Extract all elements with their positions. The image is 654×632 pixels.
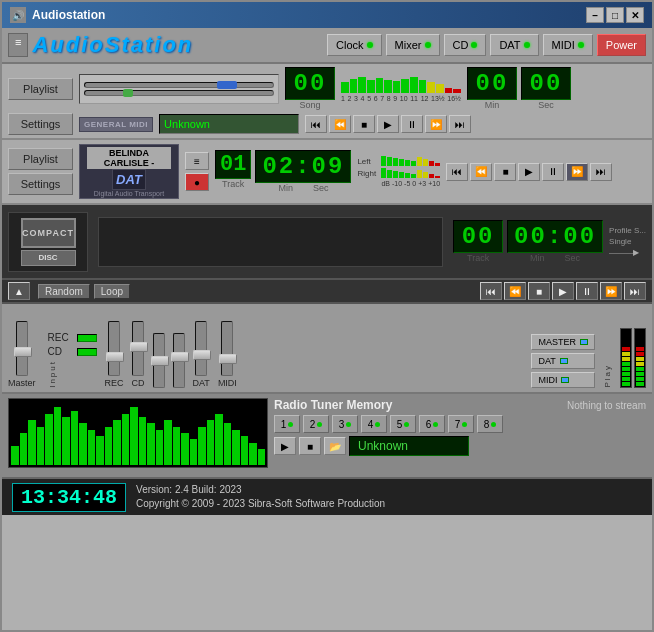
fader-e1-knob[interactable] (151, 356, 169, 366)
dat-fader[interactable] (195, 321, 207, 376)
preset-3-button[interactable]: 3 (332, 415, 358, 433)
dat-menu-button[interactable]: ≡ (185, 152, 209, 170)
master-fader[interactable] (16, 321, 28, 376)
preset-2-button[interactable]: 2 (303, 415, 329, 433)
close-button[interactable]: ✕ (626, 7, 644, 23)
midi-section: Playlist 00 Song (2, 64, 652, 140)
cd-fader-knob[interactable] (130, 342, 148, 352)
midi-button[interactable]: MIDI (543, 34, 593, 56)
cd-ff-button[interactable]: ⏩ (600, 282, 622, 300)
dat-fader-label: DAT (193, 378, 210, 388)
preset-5-button[interactable]: 5 (390, 415, 416, 433)
midi-rew-button[interactable]: ⏪ (329, 115, 351, 133)
midi-stop-button[interactable]: ■ (353, 115, 375, 133)
radio-open-button[interactable]: 📂 (324, 437, 346, 455)
midi-time-area: 00 Min 00 Sec (467, 67, 571, 110)
cd-mix-label: CD (48, 346, 73, 357)
cd-play-button[interactable]: ▶ (552, 282, 574, 300)
preset-7-button[interactable]: 7 (448, 415, 474, 433)
vusl-5 (622, 362, 630, 366)
midi-ff-button[interactable]: ⏩ (425, 115, 447, 133)
cd-button[interactable]: CD (444, 34, 487, 56)
dat-rew-button[interactable]: ⏪ (470, 163, 492, 181)
dat-displays: 01 Track 02:09 Min Sec (215, 150, 351, 193)
fader-e2-knob[interactable] (171, 352, 189, 362)
midi-mix-button[interactable]: MIDI (531, 372, 595, 388)
midi-play-button[interactable]: ▶ (377, 115, 399, 133)
midi-pan-slider[interactable] (84, 90, 274, 96)
cd-stop-button[interactable]: ■ (528, 282, 550, 300)
midi-pan-thumb[interactable] (123, 89, 133, 97)
cd-prev-button[interactable]: ⏮ (480, 282, 502, 300)
power-button[interactable]: Power (597, 34, 646, 56)
dat-ff-button[interactable]: ⏩ (566, 163, 588, 181)
preset-6-button[interactable]: 6 (419, 415, 445, 433)
cd-pause-button[interactable]: ⏸ (576, 282, 598, 300)
spec-29 (249, 443, 257, 465)
midi-volume-slider[interactable] (84, 82, 274, 88)
midi-playlist-button[interactable]: Playlist (8, 78, 73, 100)
dat-track-block: 01 Track (215, 150, 251, 193)
spec-10 (88, 430, 96, 465)
cd-rew-button[interactable]: ⏪ (504, 282, 526, 300)
dat-mix-button[interactable]: DAT (531, 353, 595, 369)
cd-random-button[interactable]: Random (38, 284, 90, 299)
mixer-button[interactable]: Mixer (386, 34, 440, 56)
radio-section: Radio Tuner Memory Nothing to stream 1 2… (2, 394, 652, 479)
master-mix-button[interactable]: MASTER (531, 334, 595, 350)
spec-18 (156, 430, 164, 465)
cd-led-button[interactable] (77, 348, 97, 356)
midi-fader-knob[interactable] (219, 354, 237, 364)
dat-rec-button[interactable]: ● (185, 173, 209, 191)
minimize-button[interactable]: – (586, 7, 604, 23)
dat-track-label: Track (222, 179, 244, 189)
cd-up-button[interactable]: ▲ (8, 282, 30, 300)
cd-brand-text: COMPACT (22, 228, 74, 238)
master-fader-knob[interactable] (14, 347, 32, 357)
radio-play-button[interactable]: ▶ (274, 437, 296, 455)
preset-8-button[interactable]: 8 (477, 415, 503, 433)
midi-fader[interactable] (221, 321, 233, 376)
rec-fader-knob[interactable] (106, 352, 124, 362)
preset-4-button[interactable]: 4 (361, 415, 387, 433)
midi-prev-button[interactable]: ⏮ (305, 115, 327, 133)
radio-stop-button[interactable]: ■ (299, 437, 321, 455)
dat-next-button[interactable]: ⏭ (590, 163, 612, 181)
midi-pause-button[interactable]: ⏸ (401, 115, 423, 133)
dat-fader-knob[interactable] (193, 350, 211, 360)
dat-logo-row: DAT (112, 169, 146, 190)
menu-button[interactable]: ≡ (8, 33, 28, 57)
dat-stop-button[interactable]: ■ (494, 163, 516, 181)
maximize-button[interactable]: □ (606, 7, 624, 23)
radio-header: Radio Tuner Memory Nothing to stream (274, 398, 646, 412)
midi-row1: Playlist 00 Song (8, 67, 646, 110)
preset-1-button[interactable]: 1 (274, 415, 300, 433)
dat-prev-button[interactable]: ⏮ (446, 163, 468, 181)
dat-pause-button[interactable]: ⏸ (542, 163, 564, 181)
cd-next-button[interactable]: ⏭ (624, 282, 646, 300)
fader-e2[interactable] (173, 333, 185, 388)
spec-17 (147, 423, 155, 465)
midi-next-button[interactable]: ⏭ (449, 115, 471, 133)
spec-30 (258, 449, 266, 465)
app-icon: 🔊 (10, 7, 26, 23)
clock-button[interactable]: Clock (327, 34, 382, 56)
vu-bar-9 (410, 77, 418, 93)
dat-rvu-2 (387, 170, 392, 179)
fader-e1[interactable] (153, 333, 165, 388)
dat-fader-group: DAT (193, 321, 210, 388)
midi-settings-button[interactable]: Settings (8, 113, 73, 135)
midi-volume-thumb[interactable] (217, 81, 237, 89)
dat-play-button[interactable]: ▶ (518, 163, 540, 181)
dat-button[interactable]: DAT (490, 34, 538, 56)
dat-settings-button[interactable]: Settings (8, 173, 73, 195)
vusl-4 (622, 367, 630, 371)
dat-playlist-button[interactable]: Playlist (8, 148, 73, 170)
dat-section: Playlist Settings BELINDA CARLISLE - DAT… (2, 140, 652, 205)
cd-loop-button[interactable]: Loop (94, 284, 130, 299)
rec-led-button[interactable] (77, 334, 97, 342)
dat-rvu-4 (399, 172, 404, 179)
cd-track-block: 00 Track (453, 220, 503, 263)
rec-fader[interactable] (108, 321, 120, 376)
cd-fader[interactable] (132, 321, 144, 376)
